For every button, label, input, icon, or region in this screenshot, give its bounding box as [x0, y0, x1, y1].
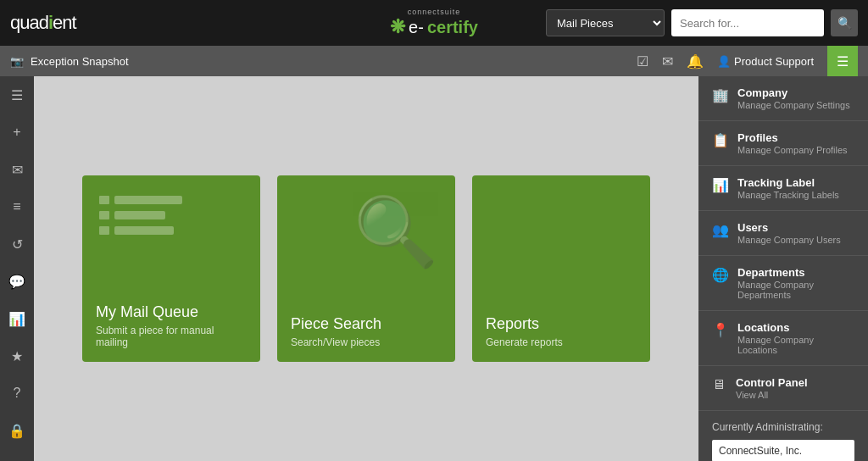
nav-right: Mail Pieces 🔍 [546, 9, 858, 36]
reports-subtitle: Generate reports [486, 336, 637, 348]
secondary-navigation: 📷 Exception Snapshot ☑ ✉ 🔔 👤 Product Sup… [0, 46, 868, 76]
center-logo-top-text: connectsuite [408, 8, 461, 16]
control-panel-title: Control Panel [736, 376, 854, 389]
sidebar-chat-icon[interactable]: 💬 [5, 269, 29, 293]
person-icon: 👤 [717, 55, 731, 68]
mail-icon[interactable]: ✉ [662, 53, 673, 69]
sidebar-help-icon[interactable]: ? [5, 381, 29, 405]
menu-item-locations[interactable]: 📍 Locations Manage Company Locations [698, 311, 868, 366]
profiles-title: Profiles [737, 131, 854, 144]
search-button[interactable]: 🔍 [831, 9, 858, 36]
menu-item-company[interactable]: 🏢 Company Manage Company Settings [698, 76, 868, 121]
users-subtitle: Manage Company Users [737, 235, 854, 245]
my-mail-queue-card[interactable]: My Mail Queue Submit a piece for manual … [82, 175, 260, 362]
company-title: Company [737, 86, 854, 99]
profiles-icon: 📋 [712, 132, 729, 148]
product-support-label: Product Support [734, 55, 814, 68]
departments-title: Departments [737, 266, 854, 279]
currently-administrating-section: Currently Administrating: Select from th… [698, 411, 868, 461]
sidebar-star-icon[interactable]: ★ [5, 344, 29, 368]
locations-subtitle: Manage Company Locations [737, 335, 854, 355]
sidebar-list-icon[interactable]: ≡ [5, 195, 29, 219]
sidebar-chart-icon[interactable]: 📊 [5, 307, 29, 330]
exception-snapshot-label: Exception Snapshot [31, 55, 129, 68]
menu-item-departments[interactable]: 🌐 Departments Manage Company Departments [698, 256, 868, 311]
reports-title: Reports [486, 315, 637, 333]
hamburger-menu-button[interactable]: ☰ [827, 46, 858, 76]
logo-text: quadient [10, 12, 76, 34]
locations-icon: 📍 [712, 322, 729, 338]
right-panel: 🏢 Company Manage Company Settings 📋 Prof… [698, 76, 868, 461]
product-support-link[interactable]: 👤 Product Support [717, 55, 814, 68]
departments-subtitle: Manage Company Departments [737, 280, 854, 300]
sidebar-mail-icon[interactable]: ✉ [5, 158, 29, 181]
profiles-subtitle: Manage Company Profiles [737, 145, 854, 155]
company-icon: 🏢 [712, 87, 729, 103]
bell-icon[interactable]: 🔔 [687, 53, 704, 69]
users-icon: 👥 [712, 222, 729, 238]
card-lines-decoration [99, 196, 182, 235]
currently-admin-label: Currently Administrating: [712, 421, 854, 433]
menu-item-profiles[interactable]: 📋 Profiles Manage Company Profiles [698, 121, 868, 166]
control-panel-subtitle: View All [736, 390, 854, 400]
center-logo: connectsuite ❋ e-certify [390, 8, 478, 38]
sidebar-lock-icon[interactable]: 🔒 [5, 419, 29, 442]
mail-pieces-dropdown[interactable]: Mail Pieces [546, 9, 665, 36]
piece-search-card[interactable]: 🔍 Piece Search Search/View pieces [277, 175, 455, 362]
locations-title: Locations [737, 321, 854, 334]
checkbox-icon[interactable]: ☑ [637, 53, 648, 69]
search-input[interactable] [671, 9, 824, 36]
company-subtitle: Manage Company Settings [737, 100, 854, 110]
menu-item-users[interactable]: 👥 Users Manage Company Users [698, 211, 868, 256]
camera-icon: 📷 [10, 55, 24, 68]
exception-snapshot: 📷 Exception Snapshot [10, 55, 129, 68]
nav-actions: ☑ ✉ 🔔 👤 Product Support ☰ [637, 46, 858, 76]
snowflake-icon: ❋ [390, 16, 405, 38]
users-title: Users [737, 221, 854, 234]
admin-company-input[interactable] [712, 440, 854, 461]
sidebar-menu-icon[interactable]: ☰ [5, 83, 29, 107]
menu-item-tracking-label[interactable]: 📊 Tracking Label Manage Tracking Labels [698, 166, 868, 211]
menu-item-control-panel[interactable]: 🖥 Control Panel View All [698, 366, 868, 411]
search-bg-icon: 🔍 [353, 192, 438, 272]
my-mail-queue-subtitle: Submit a piece for manual mailing [96, 325, 247, 348]
top-navigation: quadient connectsuite ❋ e-certify Mail P… [0, 0, 868, 46]
main-content: My Mail Queue Submit a piece for manual … [34, 76, 698, 461]
tracking-label-subtitle: Manage Tracking Labels [737, 190, 854, 200]
tracking-icon: 📊 [712, 177, 729, 193]
logo: quadient [10, 12, 76, 34]
sidebar-add-icon[interactable]: + [5, 120, 29, 144]
piece-search-title: Piece Search [291, 315, 442, 333]
piece-search-subtitle: Search/View pieces [291, 336, 442, 348]
left-sidebar: ☰ + ✉ ≡ ↺ 💬 📊 ★ ? 🔒 [0, 76, 34, 461]
main-wrapper: ☰ + ✉ ≡ ↺ 💬 📊 ★ ? 🔒 [0, 76, 868, 461]
tracking-label-title: Tracking Label [737, 176, 854, 189]
control-panel-icon: 🖥 [712, 377, 727, 392]
my-mail-queue-title: My Mail Queue [96, 303, 247, 321]
departments-icon: 🌐 [712, 267, 729, 283]
reports-card[interactable]: Reports Generate reports [472, 175, 650, 362]
sidebar-history-icon[interactable]: ↺ [5, 232, 29, 256]
center-logo-bottom-text: ❋ e-certify [390, 16, 478, 38]
